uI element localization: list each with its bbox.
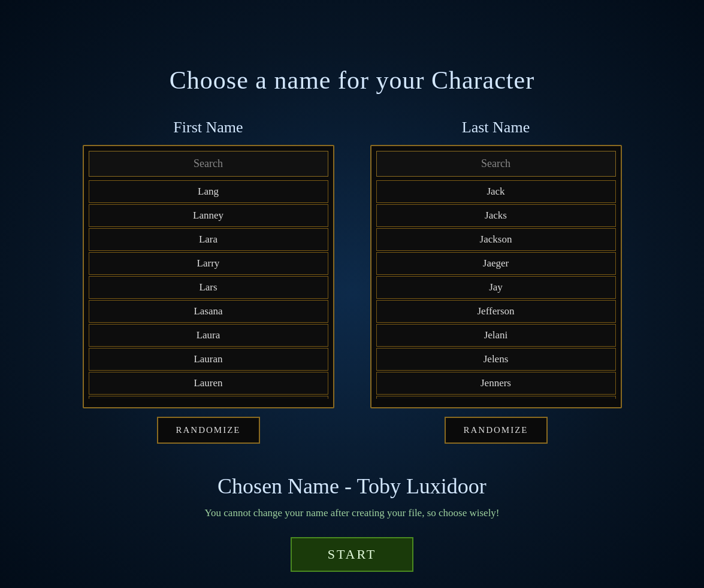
page-title: Choose a name for your Character bbox=[170, 66, 534, 95]
chosen-name-display: Chosen Name - Toby Luxidoor bbox=[217, 474, 487, 499]
list-item[interactable]: Lauren bbox=[89, 372, 328, 395]
last-name-randomize-button[interactable]: RANDOMIZE bbox=[445, 417, 548, 444]
list-item[interactable]: Jelens bbox=[376, 348, 616, 371]
last-name-column: Last Name JackJacksJacksonJaegerJayJeffe… bbox=[370, 119, 622, 444]
list-item[interactable]: Laurena bbox=[89, 396, 328, 399]
list-item[interactable]: Lara bbox=[89, 228, 328, 251]
first-name-label: First Name bbox=[173, 119, 243, 137]
list-item[interactable]: Lanney bbox=[89, 204, 328, 227]
last-name-list-container: JackJacksJacksonJaegerJayJeffersonJelani… bbox=[370, 145, 622, 408]
list-item[interactable]: Jennings bbox=[376, 396, 616, 399]
warning-text: You cannot change your name after creati… bbox=[204, 507, 499, 519]
last-name-label: Last Name bbox=[462, 119, 530, 137]
list-item[interactable]: Jack bbox=[376, 180, 616, 203]
last-names-list[interactable]: JackJacksJacksonJaegerJayJeffersonJelani… bbox=[376, 180, 616, 399]
list-item[interactable]: Jenners bbox=[376, 372, 616, 395]
list-item[interactable]: Jaeger bbox=[376, 252, 616, 275]
first-names-list[interactable]: LangLanneyLaraLarryLarsLasanaLauraLauran… bbox=[89, 180, 328, 399]
list-item[interactable]: Lars bbox=[89, 276, 328, 299]
list-item[interactable]: Jelani bbox=[376, 324, 616, 347]
last-name-search-input[interactable] bbox=[376, 151, 616, 177]
first-name-randomize-button[interactable]: RANDOMIZE bbox=[157, 417, 260, 444]
list-item[interactable]: Jackson bbox=[376, 228, 616, 251]
first-name-search-input[interactable] bbox=[89, 151, 328, 177]
list-item[interactable]: Lang bbox=[89, 180, 328, 203]
columns-wrapper: First Name LangLanneyLaraLarryLarsLasana… bbox=[83, 119, 622, 444]
list-item[interactable]: Laura bbox=[89, 324, 328, 347]
list-item[interactable]: Lasana bbox=[89, 300, 328, 323]
list-item[interactable]: Lauran bbox=[89, 348, 328, 371]
list-item[interactable]: Larry bbox=[89, 252, 328, 275]
first-name-column: First Name LangLanneyLaraLarryLarsLasana… bbox=[83, 119, 334, 444]
list-item[interactable]: Jefferson bbox=[376, 300, 616, 323]
list-item[interactable]: Jay bbox=[376, 276, 616, 299]
list-item[interactable]: Jacks bbox=[376, 204, 616, 227]
first-name-list-container: LangLanneyLaraLarryLarsLasanaLauraLauran… bbox=[83, 145, 334, 408]
start-button[interactable]: START bbox=[291, 537, 414, 572]
